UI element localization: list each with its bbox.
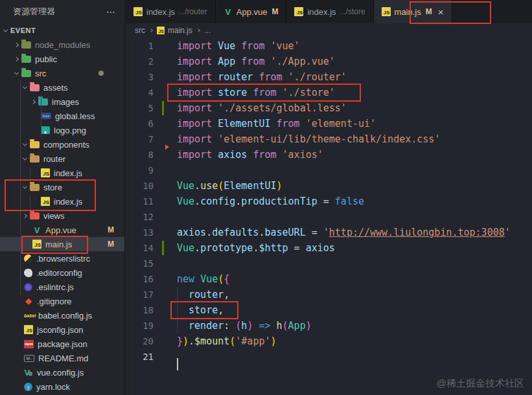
sidebar-item-main-js[interactable]: JSmain.jsM	[0, 237, 124, 251]
sidebar-item-README-md[interactable]: M↓README.md	[0, 351, 124, 365]
line-number[interactable]: 13	[126, 225, 168, 240]
code-line-16[interactable]: 16new Vue({	[126, 271, 532, 287]
item-label: .eslintrc.js	[36, 282, 74, 292]
line-content[interactable]: axios.defaults.baseURL = 'http://www.liu…	[168, 227, 511, 238]
sidebar-item-index-js[interactable]: JSindex.js	[0, 194, 124, 209]
sidebar-item-logo-png[interactable]: ▲logo.png	[0, 123, 124, 137]
code-line-18[interactable]: 18 store,	[126, 302, 532, 318]
code-line-12[interactable]: 12	[126, 209, 532, 225]
line-number[interactable]: 16	[126, 271, 168, 287]
code-line-10[interactable]: 10Vue.use(ElementUI)	[126, 178, 532, 194]
breadcrumb-item-main.js[interactable]: main.js	[168, 26, 192, 35]
sidebar-item-jsconfig-json[interactable]: JSjsconfig.json	[0, 322, 124, 337]
line-content[interactable]: import store from './store'	[168, 87, 335, 98]
line-content[interactable]: }).$mount('#app')	[168, 335, 277, 347]
workspace-section-header[interactable]: EVENT	[0, 23, 124, 38]
token: '	[323, 227, 329, 238]
line-content[interactable]: import router from './router'	[168, 71, 347, 83]
sidebar-item-src[interactable]: src	[0, 66, 124, 80]
close-icon[interactable]: ×	[438, 7, 444, 17]
line-content[interactable]: new Vue({	[168, 273, 229, 285]
sidebar-item-eslintrc-js[interactable]: .eslintrc.js	[0, 280, 124, 294]
sidebar-item-browserslistrc[interactable]: .browserslistrc	[0, 251, 124, 265]
line-content[interactable]: Vue.config.productionTip = false	[168, 196, 364, 207]
code-line-14[interactable]: 14Vue.prototype.$http = axios	[126, 240, 532, 256]
line-content[interactable]: import Vue from 'vue'	[168, 40, 300, 52]
code-editor[interactable]: 1import Vue from 'vue'2import App from '…	[126, 38, 532, 365]
line-number[interactable]: 20	[126, 333, 168, 349]
code-line-8[interactable]: 8import axios from 'axios'	[126, 147, 532, 163]
code-line-2[interactable]: 2import App from './App.vue'	[126, 54, 532, 69]
line-number[interactable]: 11	[126, 194, 168, 209]
code-line-17[interactable]: 17 router,	[126, 287, 532, 302]
line-content[interactable]: render: (h) => h(App)	[168, 320, 312, 332]
code-line-4[interactable]: 4import store from './store'	[126, 85, 532, 100]
line-content[interactable]: import ElementUI from 'element-ui'	[168, 118, 376, 130]
line-number[interactable]: 15	[126, 256, 168, 271]
code-line-21[interactable]: 21	[126, 349, 532, 365]
code-line-1[interactable]: 1import Vue from 'vue'	[126, 38, 532, 54]
sidebar-item-components[interactable]: components	[0, 137, 124, 152]
sidebar-item-assets[interactable]: assets	[0, 80, 124, 95]
line-content[interactable]: import 'element-ui/lib/theme-chalk/index…	[168, 133, 440, 145]
sidebar-item-router[interactable]: router	[0, 152, 124, 166]
sidebar-item-public[interactable]: public	[0, 52, 124, 66]
sidebar-item-babel-config-js[interactable]: babelbabel.config.js	[0, 308, 124, 322]
line-content[interactable]: store,	[168, 304, 224, 316]
vue-icon: V	[224, 7, 233, 17]
tab-main.js[interactable]: JSmain.jsM×	[374, 0, 452, 23]
tab-index.js[interactable]: JSindex.js.../store	[286, 0, 373, 23]
line-content[interactable]: Vue.prototype.$http = axios	[168, 242, 335, 254]
tab-App.vue[interactable]: VApp.vueM	[216, 0, 287, 23]
line-number[interactable]: 12	[126, 209, 168, 225]
line-content[interactable]: import App from './App.vue'	[168, 56, 335, 67]
line-number[interactable]: 10	[126, 178, 168, 194]
code-line-3[interactable]: 3import router from './router'	[126, 69, 532, 85]
line-number[interactable]: 5	[126, 100, 168, 116]
line-number[interactable]: 6	[126, 116, 168, 131]
sidebar-item-gitignore[interactable]: ◆.gitignore	[0, 294, 124, 308]
line-number[interactable]: 3	[126, 69, 168, 85]
code-line-6[interactable]: 6import ElementUI from 'element-ui'	[126, 116, 532, 131]
line-number[interactable]: 8	[126, 147, 168, 163]
sidebar-item-images[interactable]: images	[0, 95, 124, 109]
line-number[interactable]: 14	[126, 240, 168, 256]
code-line-13[interactable]: 13axios.defaults.baseURL = 'http://www.l…	[126, 225, 532, 240]
git-icon: ◆	[24, 297, 33, 306]
line-number[interactable]: 17	[126, 287, 168, 302]
tab-index.js[interactable]: JSindex.js.../router	[126, 0, 216, 23]
code-line-15[interactable]: 15	[126, 256, 532, 271]
sidebar-item-store[interactable]: store	[0, 180, 124, 194]
breadcrumb-item-...[interactable]: ...	[204, 26, 211, 35]
code-line-20[interactable]: 20}).$mount('#app')	[126, 333, 532, 349]
code-line-5[interactable]: 5import './assets/global.less'	[126, 100, 532, 116]
sidebar-item-editorconfig[interactable]: .editorconfig	[0, 265, 124, 280]
code-line-19[interactable]: 19 render: (h) => h(App)	[126, 318, 532, 333]
token: App	[288, 320, 306, 332]
line-number[interactable]: 2	[126, 54, 168, 69]
sidebar-item-views[interactable]: views	[0, 209, 124, 223]
line-number[interactable]: 4	[126, 85, 168, 100]
sidebar-item-node_modules[interactable]: node_modules	[0, 38, 124, 52]
line-number[interactable]: 19	[126, 318, 168, 333]
line-content[interactable]: Vue.use(ElementUI)	[168, 180, 283, 192]
code-line-11[interactable]: 11Vue.config.productionTip = false	[126, 194, 532, 209]
code-line-7[interactable]: 7import 'element-ui/lib/theme-chalk/inde…	[126, 131, 532, 147]
line-number[interactable]: 21	[126, 349, 168, 365]
line-number[interactable]: 18	[126, 302, 168, 318]
line-number[interactable]: 9	[126, 163, 168, 178]
sidebar-item-index-js[interactable]: JSindex.js	[0, 166, 124, 180]
line-content[interactable]: import './assets/global.less'	[168, 102, 347, 114]
more-actions-icon[interactable]: ⋯	[106, 6, 117, 17]
tab-bar: JSindex.js.../routerVApp.vueMJSindex.js.…	[126, 0, 532, 23]
code-line-9[interactable]: 9	[126, 163, 532, 178]
sidebar-item-vue-config-js[interactable]: V⚙vue.config.js	[0, 365, 124, 379]
line-number[interactable]: 7	[126, 131, 168, 147]
sidebar-item-yarn-lock[interactable]: yyarn.lock	[0, 379, 124, 394]
sidebar-item-App-vue[interactable]: VApp.vueM	[0, 223, 124, 237]
sidebar-item-package-json[interactable]: npmpackage.json	[0, 337, 124, 351]
line-number[interactable]: 1	[126, 38, 168, 54]
sidebar-item-global-less[interactable]: lessglobal.less	[0, 109, 124, 123]
breadcrumb-item-src[interactable]: src	[135, 26, 145, 35]
line-content[interactable]: import axios from 'axios'	[168, 149, 323, 161]
